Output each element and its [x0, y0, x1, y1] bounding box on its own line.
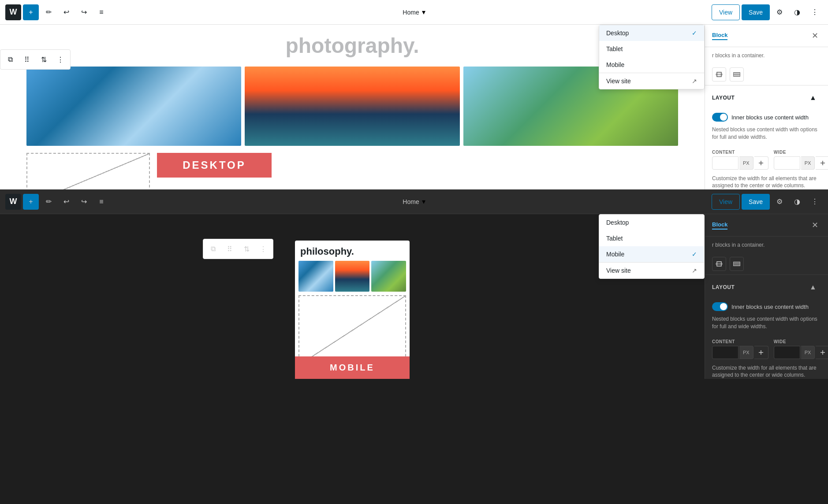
list-view-button[interactable]: ≡ [93, 4, 109, 20]
toolbar-left: W + ✏ ↩ ↪ ≡ [5, 4, 109, 20]
settings-button-bottom[interactable]: ⚙ [772, 194, 787, 210]
layout-collapse-button-bottom[interactable]: ▲ [805, 279, 821, 295]
redo-button-bottom[interactable]: ↪ [76, 194, 92, 210]
content-input-row-bottom: PX [712, 346, 768, 359]
drag-icon: ⠿ [24, 56, 30, 64]
empty-block-desktop [26, 153, 150, 189]
sidebar-icons-top [705, 64, 828, 85]
brush-button-bottom[interactable]: ✏ [41, 194, 56, 210]
svg-rect-3 [733, 74, 740, 75]
save-button[interactable]: Save [742, 4, 770, 20]
list-icon: ≡ [99, 8, 103, 16]
content-align-icon-bottom[interactable] [754, 346, 768, 359]
mobile-image-3 [371, 261, 406, 292]
wide-width-group-top: WIDE PX [774, 150, 828, 170]
align-wide-button-bottom[interactable] [712, 257, 726, 271]
block-tab-bottom[interactable]: Block [712, 221, 727, 230]
wide-width-input-top[interactable] [774, 156, 800, 170]
chevron-down-icon-bottom[interactable]: ▾ [422, 197, 425, 206]
dropdown-tablet-top[interactable]: Tablet [599, 41, 704, 57]
undo-button[interactable]: ↩ [58, 4, 74, 20]
dropdown-desktop-bottom[interactable]: Desktop [599, 215, 704, 230]
inner-blocks-toggle-top[interactable] [712, 113, 728, 122]
external-link-icon-top: ↗ [692, 78, 697, 85]
drag-handle[interactable]: ⠿ [19, 52, 35, 67]
block-more-button[interactable]: ⋮ [52, 52, 68, 67]
arrows-icon: ⇅ [41, 56, 47, 64]
contrast-button[interactable]: ◑ [789, 4, 805, 20]
dropdown-desktop-top[interactable]: Desktop ✓ [599, 25, 704, 41]
add-block-button[interactable]: + [23, 4, 39, 20]
drag-handle-bottom[interactable]: ⠿ [222, 241, 238, 257]
undo-icon-bottom: ↩ [63, 197, 69, 206]
undo-button-bottom[interactable]: ↩ [58, 194, 74, 210]
settings-button[interactable]: ⚙ [772, 4, 787, 20]
content-width-group-top: CONTENT PX [712, 150, 768, 170]
image-1 [26, 67, 241, 146]
move-up-down-bottom[interactable]: ⇅ [239, 241, 254, 257]
width-inputs-top: CONTENT PX WIDE PX [705, 146, 828, 173]
wide-width-input-bottom[interactable] [774, 346, 800, 359]
bottom-toolbar-left: W + ✏ ↩ ↪ ≡ [5, 194, 109, 210]
move-up-down-button[interactable]: ⇅ [36, 52, 52, 67]
content-width-input-top[interactable] [712, 156, 738, 170]
layout-section-header-bottom: Layout ▲ [705, 274, 828, 300]
width-inputs-bottom: CONTENT PX WIDE PX [705, 336, 828, 363]
wp-logo-bottom[interactable]: W [5, 194, 21, 210]
list-view-button-bottom[interactable]: ≡ [93, 194, 109, 210]
wp-logo[interactable]: W [5, 4, 21, 20]
top-dropdown-menu: Desktop ✓ Tablet Mobile View site ↗ [599, 25, 705, 89]
add-block-button-bottom[interactable]: + [23, 194, 39, 210]
view-button-bottom[interactable]: View [712, 194, 740, 210]
toggle-desc-bottom: Nested blocks use content width with opt… [705, 314, 828, 336]
wide-unit-bottom[interactable]: PX [801, 346, 815, 359]
copy-block-button-bottom[interactable]: ⧉ [205, 241, 221, 257]
align-full-icon-bottom [733, 260, 740, 267]
wide-align-icon[interactable] [816, 156, 828, 170]
content-unit-bottom[interactable]: PX [739, 346, 753, 359]
dropdown-mobile-top[interactable]: Mobile [599, 57, 704, 73]
mobile-images-row [295, 261, 410, 295]
block-tab-top[interactable]: Block [712, 32, 727, 40]
align-full-button-bottom[interactable] [730, 257, 744, 271]
more-options-button-bottom[interactable]: ⋮ [807, 194, 823, 210]
content-label-top: CONTENT [712, 150, 768, 155]
dropdown-tablet-bottom[interactable]: Tablet [599, 230, 704, 246]
copy-block-button[interactable]: ⧉ [2, 52, 18, 67]
content-align-icon[interactable] [754, 156, 768, 170]
wide-align-icon-bottom[interactable] [816, 346, 828, 359]
close-panel-button-top[interactable]: ✕ [809, 30, 821, 41]
plus-icon: + [29, 8, 33, 16]
block-more-icon: ⋮ [57, 56, 64, 64]
dropdown-mobile-bottom[interactable]: Mobile ✓ [599, 246, 704, 262]
more-options-button[interactable]: ⋮ [807, 4, 823, 20]
toggle-label-top: Inner blocks use content width [731, 114, 809, 121]
align-full-button[interactable] [730, 67, 744, 82]
contrast-icon: ◑ [794, 8, 800, 16]
wide-unit-top[interactable]: PX [801, 156, 815, 170]
desktop-banner: DESKTOP [157, 153, 272, 178]
copy-icon: ⧉ [8, 56, 13, 63]
dropdown-view-site-bottom[interactable]: View site ↗ [599, 263, 704, 278]
sidebar-description-bottom: r blocks in a container. [705, 237, 828, 253]
contrast-icon-bottom: ◑ [794, 197, 800, 206]
save-button-bottom[interactable]: Save [742, 194, 770, 210]
wide-width-group-bottom: WIDE PX [774, 339, 828, 359]
bottom-toolbar-center: Home ▾ [403, 197, 425, 206]
redo-button[interactable]: ↪ [76, 4, 92, 20]
layout-collapse-button-top[interactable]: ▲ [805, 90, 821, 106]
chevron-down-icon[interactable]: ▾ [422, 8, 425, 16]
redo-icon-bottom: ↪ [81, 197, 87, 206]
sidebar-icons-bottom [705, 253, 828, 274]
content-width-input-bottom[interactable] [712, 346, 738, 359]
inner-blocks-toggle-bottom[interactable] [712, 302, 728, 311]
brush-button[interactable]: ✏ [41, 4, 56, 20]
contrast-button-bottom[interactable]: ◑ [789, 194, 805, 210]
mobile-banner-wrapper: MOBILE [295, 356, 410, 379]
align-wide-button[interactable] [712, 67, 726, 82]
content-unit-top[interactable]: PX [739, 156, 753, 170]
block-more-button-bottom[interactable]: ⋮ [255, 241, 271, 257]
view-button[interactable]: View [712, 4, 740, 20]
close-panel-button-bottom[interactable]: ✕ [809, 219, 821, 231]
dropdown-view-site-top[interactable]: View site ↗ [599, 73, 704, 89]
